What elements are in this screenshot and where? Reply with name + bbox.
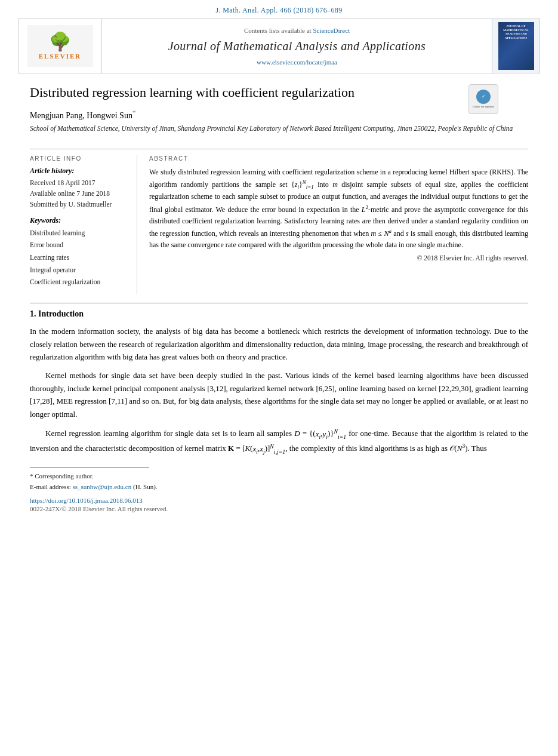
copyright-line: © 2018 Elsevier Inc. All rights reserved… [149, 254, 528, 262]
check-updates-icon: ✓ [476, 90, 491, 104]
affiliation-text: School of Mathematical Science, Universi… [30, 124, 522, 134]
submitted-line: Submitted by U. Stadtmueller [30, 199, 128, 210]
issn-line: 0022-247X/© 2018 Elsevier Inc. All right… [30, 505, 528, 512]
keywords-heading: Keywords: [30, 216, 128, 225]
article-title: Distributed regression learning with coe… [30, 84, 522, 102]
intro-para1: In the modern information society, the a… [30, 325, 528, 363]
contents-available-text: Contents lists available at ScienceDirec… [244, 27, 350, 34]
journal-cover-mini: JOURNAL OFMATHEMATICALANALYSIS ANDAPPLIC… [498, 22, 534, 70]
intro-para3: Kernel regression learning algorithm for… [30, 426, 528, 456]
intro-heading: 1. Introduction [30, 309, 528, 319]
doi-link[interactable]: https://doi.org/10.1016/j.jmaa.2018.06.0… [30, 497, 528, 504]
email-link[interactable]: ss_sunhw@ujn.edu.cn [72, 483, 131, 490]
sciencedirect-link[interactable]: ScienceDirect [313, 27, 350, 34]
footnote-divider [30, 467, 149, 468]
footnote-email: E-mail address: ss_sunhw@ujn.edu.cn (H. … [30, 482, 528, 493]
keyword-2: Error bound [30, 239, 128, 251]
check-updates-badge: ✓ Check for updates [468, 84, 498, 114]
section-divider-1 [30, 303, 528, 303]
footnote-corresponding: * Corresponding author. [30, 471, 528, 482]
elsevier-tree-icon: 🌳 [49, 33, 71, 51]
abstract-label: ABSTRACT [149, 155, 528, 162]
elsevier-label: ELSEVIER [39, 53, 82, 60]
header-divider [30, 149, 528, 149]
keyword-3: Learning rates [30, 251, 128, 264]
article-info-label: ARTICLE INFO [30, 155, 128, 162]
authors-line: Mengjuan Pang, Hongwei Sun* [30, 109, 522, 121]
journal-cover-area: JOURNAL OFMATHEMATICALANALYSIS ANDAPPLIC… [492, 19, 539, 73]
header-center-area: Contents lists available at ScienceDirec… [102, 19, 492, 73]
journal-url[interactable]: www.elsevier.com/locate/jmaa [257, 59, 337, 66]
abstract-col: ABSTRACT We study distributed regression… [149, 155, 528, 295]
received-line: Received 18 April 2017 [30, 177, 128, 188]
available-line: Available online 7 June 2018 [30, 188, 128, 199]
journal-reference: J. Math. Anal. Appl. 466 (2018) 676–689 [0, 0, 558, 19]
journal-title-header: Journal of Mathematical Analysis and App… [168, 39, 426, 53]
header-box: 🌳 ELSEVIER Contents lists available at S… [18, 19, 540, 73]
keywords-block: Keywords: Distributed learning Error bou… [30, 216, 128, 288]
intro-para2: Kernel methods for single data set have … [30, 369, 528, 420]
elsevier-logo-area: 🌳 ELSEVIER [19, 19, 102, 73]
article-info-col: ARTICLE INFO Article history: Received 1… [30, 155, 137, 295]
keyword-1: Distributed learning [30, 227, 128, 239]
info-abstract-section: ARTICLE INFO Article history: Received 1… [30, 155, 528, 295]
keyword-5: Coefficient regularization [30, 276, 128, 288]
article-history-heading: Article history: [30, 167, 128, 176]
corresponding-mark: * [132, 109, 136, 116]
keywords-list: Distributed learning Error bound Learnin… [30, 227, 128, 288]
article-history-block: Article history: Received 18 April 2017 … [30, 167, 128, 210]
abstract-text: We study distributed regression learning… [149, 167, 528, 251]
keyword-4: Integral operator [30, 264, 128, 276]
